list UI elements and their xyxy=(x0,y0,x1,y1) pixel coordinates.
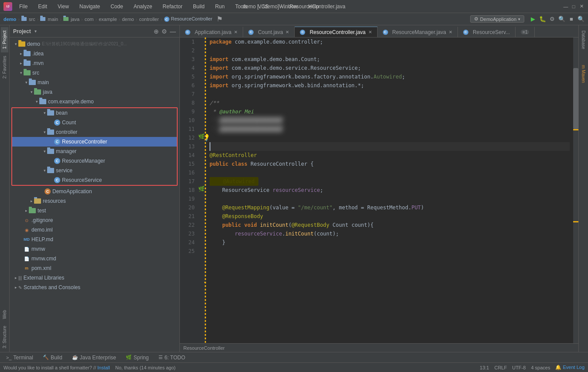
event-log[interactable]: 🔔 Event Log xyxy=(555,365,585,370)
breadcrumb-main[interactable]: main xyxy=(40,17,58,22)
right-tab-database[interactable]: Database xyxy=(580,27,587,53)
tree-item-src[interactable]: src xyxy=(10,68,179,78)
maximize-button[interactable]: □ xyxy=(571,3,577,10)
menu-navigate[interactable]: Navigate xyxy=(76,3,103,10)
tree-item-gitignore[interactable]: ⊙ .gitignore xyxy=(10,215,179,225)
tree-item-demoapplication[interactable]: C DemoApplication xyxy=(10,187,179,196)
right-tab-maven[interactable]: m Maven xyxy=(580,61,587,86)
menu-code[interactable]: Code xyxy=(107,3,127,10)
bottom-tab-terminal[interactable]: >_ Terminal xyxy=(2,354,38,362)
status-indent[interactable]: 4 spaces xyxy=(531,365,550,370)
search-icon[interactable]: 🔍 xyxy=(578,16,585,23)
tree-item-controller[interactable]: controller xyxy=(12,127,177,137)
tab-resourcemanager[interactable]: C ResourceManager.java ✕ xyxy=(378,27,458,37)
tree-arrow-mvn[interactable] xyxy=(18,61,24,66)
tree-item-com[interactable]: com.example.demo xyxy=(10,97,179,106)
breadcrumb-demo[interactable]: demo xyxy=(3,17,16,22)
tree-arrow-extlib[interactable] xyxy=(13,275,18,280)
profile-icon[interactable]: 🔍 xyxy=(558,16,565,23)
install-link[interactable]: Install xyxy=(97,365,110,370)
breadcrumb-com[interactable]: com xyxy=(85,17,94,22)
tree-item-mvnw[interactable]: 📄 mvnw xyxy=(10,244,179,254)
tab-resourceserv[interactable]: C ResourceServ... xyxy=(458,27,516,37)
bottom-tab-todo[interactable]: ☰ 6: TODO xyxy=(154,354,190,362)
menu-view[interactable]: View xyxy=(54,3,72,10)
tree-item-helpmd[interactable]: MD HELP.md xyxy=(10,235,179,244)
tree-item-resourceservice[interactable]: C ResourceService xyxy=(12,175,177,185)
tree-arrow-bean[interactable] xyxy=(42,110,47,116)
settings-icon[interactable]: ⚙ xyxy=(162,28,167,35)
minimize-button[interactable]: — xyxy=(563,3,569,10)
close-button[interactable]: ✕ xyxy=(578,3,585,10)
status-position[interactable]: 13:1 xyxy=(480,365,489,370)
status-encoding[interactable]: UTF-8 xyxy=(512,365,526,370)
run-icon[interactable]: ▶ xyxy=(530,16,536,23)
tree-item-java[interactable]: java xyxy=(10,87,179,97)
debug-icon[interactable]: 🐛 xyxy=(539,16,546,23)
status-nothanks-text[interactable]: No, thanks (14 minutes ago) xyxy=(115,365,175,370)
menu-run[interactable]: Run xyxy=(212,3,228,10)
tree-item-resourcecontroller[interactable]: C ResourceController xyxy=(12,137,177,147)
tab-close-count[interactable]: ✕ xyxy=(285,30,289,34)
run-config-selector[interactable]: ⚙ DemoApplication ▾ xyxy=(470,15,524,23)
breadcrumb-class[interactable]: CResourceController xyxy=(164,16,213,22)
tree-arrow-manager[interactable] xyxy=(42,149,47,154)
tab-close-rc[interactable]: ✕ xyxy=(368,30,372,34)
tree-item-service[interactable]: service xyxy=(12,166,177,175)
side-tab-web[interactable]: Web xyxy=(1,307,8,322)
tab-count-badge[interactable]: ≡1 xyxy=(516,27,535,37)
tree-item-pomxml[interactable]: m pom.xml xyxy=(10,263,179,273)
tree-item-count[interactable]: C Count xyxy=(12,118,177,127)
tree-item-manager[interactable]: manager xyxy=(12,147,177,156)
tree-arrow-idea[interactable] xyxy=(18,51,24,56)
code-editor[interactable]: package com.example.demo.controller; imp… xyxy=(206,38,573,343)
locate-icon[interactable]: ⊕ xyxy=(154,28,159,35)
tab-close-rm[interactable]: ✕ xyxy=(449,30,452,34)
menu-file[interactable]: File xyxy=(16,3,31,10)
tree-item-scratches[interactable]: ✎ Scratches and Consoles xyxy=(10,283,179,292)
tree-arrow-resources[interactable] xyxy=(29,198,34,204)
tab-close-application[interactable]: ✕ xyxy=(234,30,237,34)
bottom-tab-build[interactable]: 🔨 Build xyxy=(38,354,67,362)
scrollbar-thumb[interactable] xyxy=(573,68,578,129)
status-line-ending[interactable]: CRLF xyxy=(494,365,507,370)
tree-arrow-service[interactable] xyxy=(42,168,47,173)
tree-item-demo[interactable]: demo E:\计算机1901\网络通信编程\作业\2021_0... xyxy=(10,39,179,49)
coverage-icon[interactable]: ⚙ xyxy=(549,16,556,23)
breadcrumb-example[interactable]: example xyxy=(99,17,117,22)
tree-item-extlib[interactable]: ||| External Libraries xyxy=(10,273,179,283)
side-tab-favorites[interactable]: 2: Favorites xyxy=(1,52,8,82)
tree-arrow-test[interactable] xyxy=(24,208,29,213)
breadcrumb-src[interactable]: src xyxy=(21,17,35,22)
collapse-icon[interactable]: — xyxy=(170,28,176,35)
tree-item-idea[interactable]: .idea xyxy=(10,49,179,58)
tree-arrow-scratches[interactable] xyxy=(13,285,18,290)
tree-arrow-java[interactable] xyxy=(29,89,34,95)
breadcrumb-controller[interactable]: controller xyxy=(139,17,159,22)
tree-item-mvn[interactable]: .mvn xyxy=(10,58,179,68)
bottom-tab-javaee[interactable]: ☕ Java Enterprise xyxy=(68,354,120,362)
tree-arrow-demo[interactable] xyxy=(13,41,18,47)
tab-count[interactable]: C Count.java ✕ xyxy=(243,27,295,37)
tree-arrow-controller[interactable] xyxy=(42,130,47,135)
editor-scrollbar[interactable] xyxy=(573,38,578,343)
stop-icon[interactable]: ■ xyxy=(568,16,575,23)
tree-item-bean[interactable]: bean xyxy=(12,108,177,118)
tree-arrow-com[interactable] xyxy=(34,99,39,104)
tree-arrow-main[interactable] xyxy=(24,80,29,85)
breadcrumb-java[interactable]: java xyxy=(63,17,79,22)
tree-item-resourcemanager[interactable]: C ResourceManager xyxy=(12,156,177,166)
tab-application[interactable]: C Application.java ✕ xyxy=(180,27,243,37)
breadcrumb-demo2[interactable]: demo xyxy=(122,17,134,22)
tree-item-test[interactable]: test xyxy=(10,206,179,215)
menu-analyze[interactable]: Analyze xyxy=(130,3,156,10)
side-tab-structure[interactable]: 3: Structure xyxy=(1,322,8,352)
side-tab-project[interactable]: 1: Project xyxy=(1,27,8,52)
menu-edit[interactable]: Edit xyxy=(34,3,51,10)
tab-resourcecontroller[interactable]: C ResourceController.java ✕ xyxy=(295,27,377,37)
menu-refactor[interactable]: Refactor xyxy=(159,3,186,10)
tree-item-resources[interactable]: resources xyxy=(10,196,179,206)
bottom-tab-spring[interactable]: 🌿 Spring xyxy=(121,354,153,362)
navigate-icon[interactable]: ⚑ xyxy=(217,15,223,23)
tree-item-main[interactable]: main xyxy=(10,78,179,87)
